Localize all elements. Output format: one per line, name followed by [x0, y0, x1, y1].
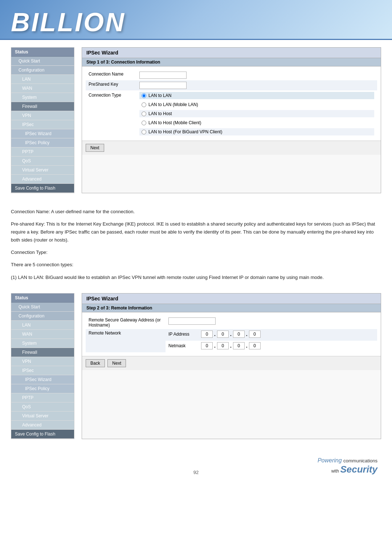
wizard-panel-2: IPSec Wizard Step 2 of 3: Remote Informa… [82, 293, 381, 439]
security-text: Security [340, 464, 377, 475]
sidebar-item-status[interactable]: Status [11, 48, 74, 57]
remote-network-netmask-row: Netmask . . . [166, 341, 377, 352]
radio-lan-to-lan-mobile-label: LAN to LAN (Mobile LAN) [148, 102, 198, 107]
connection-name-label: Connection Name [86, 70, 136, 80]
top-section: Status Quick Start Configuration LAN WAN… [0, 40, 392, 200]
sidebar2-item-ipsec-wizard[interactable]: IPSec Wizard [11, 375, 74, 384]
radio-lan-to-lan[interactable]: LAN to LAN [139, 92, 374, 99]
netmask-octet-2[interactable] [217, 342, 229, 349]
preshared-key-label: PreShared Key [86, 80, 136, 90]
preshared-key-cell [136, 80, 377, 90]
radio-lan-to-lan-label: LAN to LAN [148, 93, 171, 98]
wizard-2-footer: Back Next [82, 356, 381, 370]
desc-lan-to-lan: (1) LAN to LAN: BiGuard would like to es… [11, 274, 381, 281]
preshared-key-input[interactable] [139, 82, 187, 89]
radio-lan-to-host-mobile[interactable]: LAN to Host (Mobile Client) [139, 119, 374, 126]
netmask-fields: . . . [201, 342, 261, 349]
netmask-dot-3: . [246, 343, 248, 349]
sidebar-item-quickstart[interactable]: Quick Start [11, 57, 74, 66]
connection-name-cell [136, 70, 377, 80]
netmask-label: Netmask [168, 343, 201, 348]
wizard-1-step-header: Step 1 of 3: Connection Information [82, 58, 381, 66]
sidebar-item-ipsec-policy[interactable]: IPSec Policy [11, 138, 74, 147]
wizard-2-step-header: Step 2 of 3: Remote Information [82, 304, 381, 312]
radio-lan-to-lan-mobile[interactable]: LAN to LAN (Mobile LAN) [139, 101, 374, 108]
ip-octet-3[interactable] [233, 331, 245, 338]
connection-type-cell: LAN to LAN LAN to LAN (Mobile LAN) LAN t… [136, 90, 377, 137]
footer-brand-line1: Powering communications [257, 457, 377, 464]
sidebar2-item-virtual-server[interactable]: Virtual Server [11, 412, 74, 421]
sidebar2-item-advanced[interactable]: Advanced [11, 421, 74, 430]
sidebar2-item-quickstart[interactable]: Quick Start [11, 303, 74, 312]
sidebar2-item-status[interactable]: Status [11, 293, 74, 303]
radio-lan-to-lan-input[interactable] [142, 93, 146, 98]
ip-octet-1[interactable] [201, 331, 213, 338]
sidebar2-item-wan[interactable]: WAN [11, 330, 74, 339]
sidebar-item-lan[interactable]: LAN [11, 75, 74, 84]
connection-type-label: Connection Type [86, 90, 136, 137]
sidebar-item-system[interactable]: System [11, 93, 74, 102]
ip-dot-2: . [230, 331, 232, 337]
remote-network-ip-row: IP Address . . . [166, 329, 377, 341]
wizard-1-next-button[interactable]: Next [86, 144, 104, 152]
description-area: Connection Name: A user-defined name for… [0, 200, 392, 289]
wizard-1-footer: Next [82, 141, 381, 155]
ip-octet-4[interactable] [249, 331, 261, 338]
wizard-2-title: IPSec Wizard [82, 293, 381, 304]
sidebar-item-vpn[interactable]: VPN [11, 111, 74, 120]
wizard-1-body: Connection Name PreShared Key Connection… [82, 66, 381, 141]
wizard-2-next-button[interactable]: Next [107, 359, 126, 367]
radio-lan-to-lan-mobile-input[interactable] [142, 102, 146, 107]
radio-lan-to-host-input[interactable] [142, 112, 146, 116]
sidebar2-item-ipsec[interactable]: IPSec [11, 366, 74, 375]
sidebar-item-firewall[interactable]: Firewall [11, 102, 74, 111]
remote-gateway-cell [166, 316, 377, 329]
sidebar2-item-lan[interactable]: LAN [11, 321, 74, 330]
ip-address-label: IP Address [168, 332, 201, 337]
wizard-1-title: IPSec Wizard [82, 48, 381, 58]
netmask-octet-3[interactable] [233, 342, 245, 349]
wizard-panel-1: IPSec Wizard Step 1 of 3: Connection Inf… [82, 47, 381, 193]
desc-connection-type-subtitle: There are 5 connection types: [11, 261, 381, 269]
netmask-octet-1[interactable] [201, 342, 213, 349]
sidebar-item-qos[interactable]: QoS [11, 157, 74, 166]
remote-network-label: Remote Network [86, 329, 166, 352]
desc-preshared-key: Pre-shared Key: This is for the Internet… [11, 220, 381, 244]
sidebar-item-virtual-server[interactable]: Virtual Server [11, 166, 74, 175]
sidebar-item-wan[interactable]: WAN [11, 84, 74, 93]
connection-type-radio-group: LAN to LAN LAN to LAN (Mobile LAN) LAN t… [139, 92, 374, 135]
sidebar-item-advanced[interactable]: Advanced [11, 175, 74, 184]
netmask-dot-1: . [214, 343, 216, 349]
sidebar-item-ipsec-wizard[interactable]: IPSec Wizard [11, 129, 74, 138]
sidebar2-item-configuration[interactable]: Configuration [11, 312, 74, 321]
sidebar2-item-ipsec-policy[interactable]: IPSec Policy [11, 384, 74, 393]
ip-address-fields: . . . [201, 331, 261, 338]
wizard-2-back-button[interactable]: Back [86, 359, 105, 367]
radio-lan-to-host[interactable]: LAN to Host [139, 110, 374, 117]
sidebar-item-save-config[interactable]: Save Config to Flash [11, 184, 74, 193]
sidebar2-item-system[interactable]: System [11, 339, 74, 348]
powering-text: Powering [318, 457, 342, 463]
sidebar-item-pptp[interactable]: PPTP [11, 147, 74, 157]
radio-lan-to-host-biguard[interactable]: LAN to Host (For BiGuard VPN Client) [139, 128, 374, 135]
radio-lan-to-host-label: LAN to Host [148, 111, 172, 116]
radio-lan-to-host-mobile-label: LAN to Host (Mobile Client) [148, 120, 201, 125]
sidebar-item-configuration[interactable]: Configuration [11, 66, 74, 75]
sidebar-2: Status Quick Start Configuration LAN WAN… [11, 293, 74, 439]
ip-octet-2[interactable] [217, 331, 229, 338]
sidebar2-item-qos[interactable]: QoS [11, 402, 74, 412]
sidebar2-item-save-config[interactable]: Save Config to Flash [11, 430, 74, 439]
remote-gateway-input[interactable] [168, 317, 216, 325]
logo: BILLION [11, 7, 126, 37]
radio-lan-to-host-mobile-input[interactable] [142, 121, 146, 125]
netmask-octet-4[interactable] [249, 342, 261, 349]
radio-lan-to-host-biguard-input[interactable] [142, 130, 146, 134]
sidebar2-item-vpn[interactable]: VPN [11, 357, 74, 366]
sidebar-1: Status Quick Start Configuration LAN WAN… [11, 47, 74, 193]
sidebar2-item-firewall[interactable]: Firewall [11, 348, 74, 357]
communications-text: communications [343, 458, 377, 463]
connection-name-input[interactable] [139, 72, 187, 79]
sidebar2-item-pptp[interactable]: PPTP [11, 393, 74, 402]
sidebar-item-ipsec[interactable]: IPSec [11, 120, 74, 129]
bottom-section: Status Quick Start Configuration LAN WAN… [0, 289, 392, 446]
